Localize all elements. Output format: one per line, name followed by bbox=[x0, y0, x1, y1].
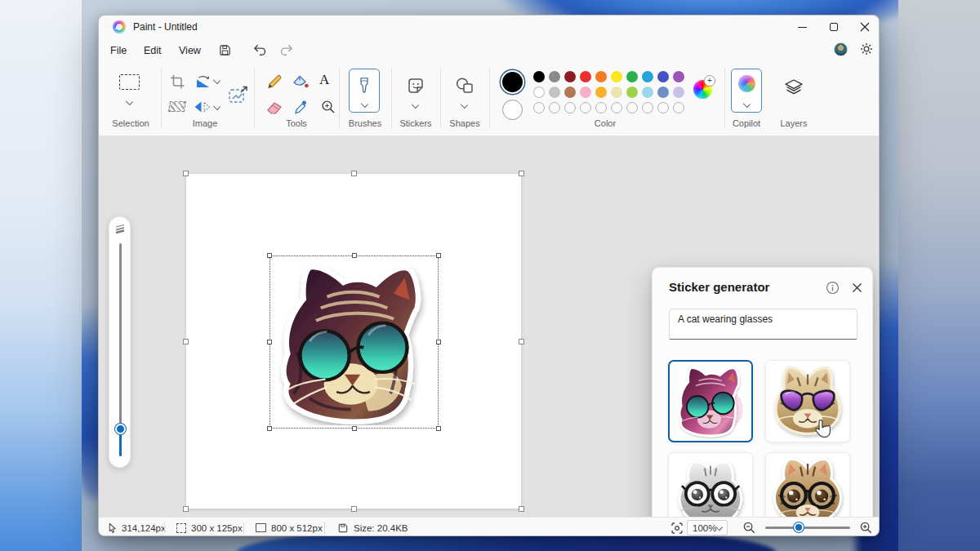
selection-region[interactable] bbox=[270, 256, 438, 428]
canvas-handle-ne[interactable] bbox=[519, 171, 524, 176]
palette-empty-slot[interactable] bbox=[642, 102, 653, 113]
minimize-button[interactable] bbox=[786, 16, 817, 38]
fit-to-screen-button[interactable] bbox=[670, 518, 684, 536]
palette-color[interactable] bbox=[595, 71, 607, 82]
pencil-tool[interactable] bbox=[265, 73, 283, 91]
fill-tool[interactable] bbox=[292, 73, 310, 91]
chevron-down-icon[interactable] bbox=[213, 103, 220, 110]
palette-color[interactable] bbox=[580, 71, 591, 82]
palette-color[interactable] bbox=[580, 87, 591, 98]
palette-empty-slot[interactable] bbox=[611, 102, 622, 113]
save-button[interactable] bbox=[218, 43, 232, 57]
palette-color[interactable] bbox=[626, 87, 638, 98]
drawing-canvas[interactable] bbox=[186, 174, 521, 509]
sticker-thumbnail-2[interactable] bbox=[765, 360, 850, 442]
copilot-button[interactable] bbox=[731, 69, 762, 113]
canvas-handle-se[interactable] bbox=[519, 506, 524, 512]
prompt-input[interactable] bbox=[669, 309, 858, 340]
canvas-handle-e[interactable] bbox=[519, 339, 524, 344]
palette-color[interactable] bbox=[533, 87, 545, 98]
selection-handle-sw[interactable] bbox=[267, 426, 272, 431]
selection-handle-s[interactable] bbox=[352, 426, 357, 431]
palette-color[interactable] bbox=[595, 87, 607, 98]
palette-color[interactable] bbox=[626, 71, 638, 82]
palette-color[interactable] bbox=[549, 87, 560, 98]
slider-thumb[interactable] bbox=[115, 424, 126, 434]
palette-empty-slot[interactable] bbox=[549, 102, 560, 113]
remove-background-button[interactable] bbox=[169, 101, 185, 112]
canvas-handle-sw[interactable] bbox=[183, 506, 189, 512]
palette-empty-slot[interactable] bbox=[657, 102, 669, 113]
zoom-level-dropdown[interactable]: 100% bbox=[687, 520, 728, 535]
palette-color[interactable] bbox=[642, 71, 653, 82]
color-picker-tool[interactable] bbox=[293, 99, 310, 115]
canvas-handle-n[interactable] bbox=[351, 171, 357, 176]
palette-color[interactable] bbox=[611, 71, 622, 82]
selection-tool-button[interactable] bbox=[119, 74, 140, 90]
selection-handle-e[interactable] bbox=[436, 340, 441, 344]
stickers-button[interactable] bbox=[406, 76, 425, 96]
close-button[interactable] bbox=[849, 16, 880, 38]
palette-color[interactable] bbox=[564, 71, 576, 82]
palette-color[interactable] bbox=[549, 71, 560, 82]
color2-swatch[interactable] bbox=[502, 100, 523, 120]
menu-edit[interactable]: Edit bbox=[136, 42, 169, 60]
palette-color[interactable] bbox=[533, 71, 545, 82]
selection-handle-ne[interactable] bbox=[436, 253, 441, 258]
close-icon bbox=[860, 22, 870, 32]
palette-empty-slot[interactable] bbox=[564, 102, 576, 113]
palette-color[interactable] bbox=[673, 87, 684, 98]
canvas-handle-w[interactable] bbox=[183, 339, 189, 344]
undo-button[interactable] bbox=[252, 43, 268, 57]
cat-sticker-canvas[interactable] bbox=[273, 259, 435, 425]
layers-button[interactable] bbox=[783, 78, 804, 99]
palette-empty-slot[interactable] bbox=[533, 102, 545, 113]
selection-handle-n[interactable] bbox=[352, 253, 357, 258]
rotate-button[interactable] bbox=[194, 73, 212, 90]
chevron-down-icon[interactable] bbox=[213, 77, 220, 84]
palette-empty-slot[interactable] bbox=[580, 102, 591, 113]
canvas-handle-s[interactable] bbox=[351, 506, 357, 512]
eraser-tool[interactable] bbox=[265, 100, 283, 116]
crop-button[interactable] bbox=[169, 73, 185, 90]
brushes-button[interactable] bbox=[349, 69, 380, 113]
shapes-button[interactable] bbox=[455, 77, 474, 95]
edit-colors-button[interactable] bbox=[693, 80, 712, 99]
settings-button[interactable] bbox=[860, 42, 873, 56]
palette-empty-slot[interactable] bbox=[673, 102, 684, 113]
palette-color[interactable] bbox=[657, 87, 669, 98]
canvas-handle-nw[interactable] bbox=[183, 171, 189, 176]
text-tool[interactable]: A bbox=[319, 72, 329, 88]
palette-color[interactable] bbox=[657, 71, 669, 82]
redo-button[interactable] bbox=[278, 43, 294, 57]
chevron-down-icon[interactable] bbox=[412, 101, 419, 109]
selection-handle-w[interactable] bbox=[267, 340, 272, 344]
zoom-out-button[interactable] bbox=[742, 518, 756, 536]
chevron-down-icon[interactable] bbox=[461, 101, 468, 109]
account-button[interactable] bbox=[834, 42, 848, 56]
chevron-down-icon[interactable] bbox=[126, 98, 133, 105]
info-button[interactable] bbox=[823, 278, 841, 296]
zoom-slider-track[interactable] bbox=[765, 527, 850, 529]
zoom-slider-thumb[interactable] bbox=[794, 522, 804, 532]
magnifier-tool[interactable] bbox=[320, 99, 336, 115]
slider-track[interactable] bbox=[119, 243, 122, 433]
selection-handle-se[interactable] bbox=[436, 426, 441, 431]
palette-color[interactable] bbox=[564, 87, 576, 98]
maximize-button[interactable] bbox=[818, 16, 849, 38]
color1-swatch[interactable] bbox=[502, 72, 523, 92]
selection-handle-nw[interactable] bbox=[267, 253, 272, 258]
palette-color[interactable] bbox=[642, 87, 653, 98]
panel-close-button[interactable] bbox=[848, 278, 866, 296]
flip-button[interactable] bbox=[194, 100, 212, 114]
zoom-in-button[interactable] bbox=[859, 518, 873, 536]
menu-view[interactable]: View bbox=[172, 42, 208, 60]
menu-file[interactable]: File bbox=[103, 42, 134, 60]
brush-size-slider[interactable] bbox=[109, 216, 131, 468]
palette-empty-slot[interactable] bbox=[595, 102, 607, 113]
palette-empty-slot[interactable] bbox=[626, 102, 638, 113]
sticker-thumbnail-1[interactable] bbox=[668, 360, 753, 442]
palette-color[interactable] bbox=[611, 87, 622, 98]
palette-color[interactable] bbox=[673, 71, 684, 82]
resize-image-button[interactable] bbox=[228, 86, 249, 105]
